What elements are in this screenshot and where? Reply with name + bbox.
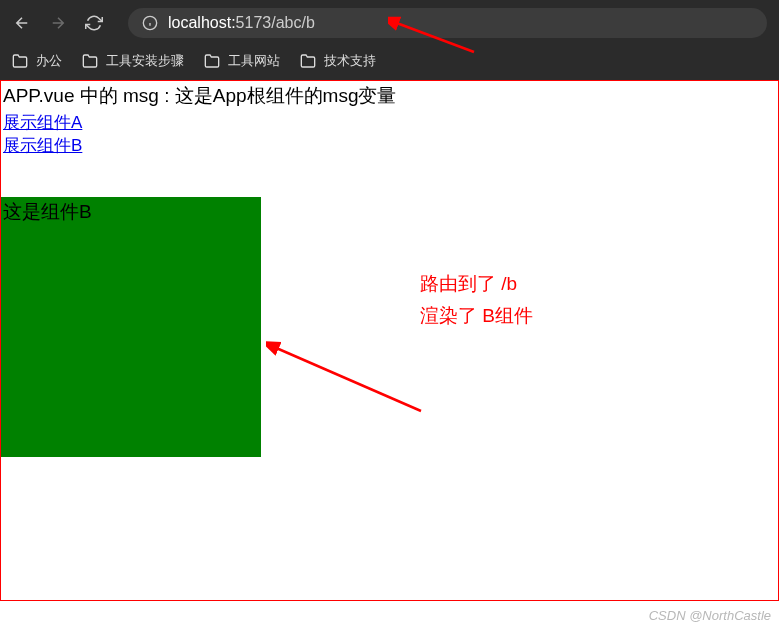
watermark: CSDN @NorthCastle: [649, 608, 771, 623]
folder-icon: [82, 54, 98, 68]
bookmark-label: 办公: [36, 52, 62, 70]
component-b-box: 这是组件B: [1, 197, 261, 457]
back-button[interactable]: [12, 13, 32, 33]
url-text: localhost:5173/abc/b: [168, 14, 315, 32]
bookmark-label: 工具安装步骤: [106, 52, 184, 70]
app-msg-text: APP.vue 中的 msg : 这是App根组件的msg变量: [1, 81, 778, 111]
bookmark-label: 工具网站: [228, 52, 280, 70]
component-b-label: 这是组件B: [3, 199, 261, 225]
browser-chrome: localhost:5173/abc/b 办公 工具安装步骤 工具网站 技术支持: [0, 0, 779, 80]
address-bar[interactable]: localhost:5173/abc/b: [128, 8, 767, 38]
bookmark-item[interactable]: 技术支持: [300, 52, 376, 70]
page-content: APP.vue 中的 msg : 这是App根组件的msg变量 展示组件A 展示…: [0, 80, 779, 601]
site-info-icon[interactable]: [142, 15, 158, 31]
folder-icon: [204, 54, 220, 68]
bookmark-label: 技术支持: [324, 52, 376, 70]
forward-button[interactable]: [48, 13, 68, 33]
bookmark-item[interactable]: 办公: [12, 52, 62, 70]
nav-toolbar: localhost:5173/abc/b: [0, 0, 779, 46]
bookmark-item[interactable]: 工具安装步骤: [82, 52, 184, 70]
folder-icon: [300, 54, 316, 68]
reload-button[interactable]: [84, 13, 104, 33]
bookmark-item[interactable]: 工具网站: [204, 52, 280, 70]
link-component-a[interactable]: 展示组件A: [3, 113, 82, 132]
link-component-b[interactable]: 展示组件B: [3, 136, 82, 155]
bookmarks-bar: 办公 工具安装步骤 工具网站 技术支持: [0, 46, 779, 80]
folder-icon: [12, 54, 28, 68]
